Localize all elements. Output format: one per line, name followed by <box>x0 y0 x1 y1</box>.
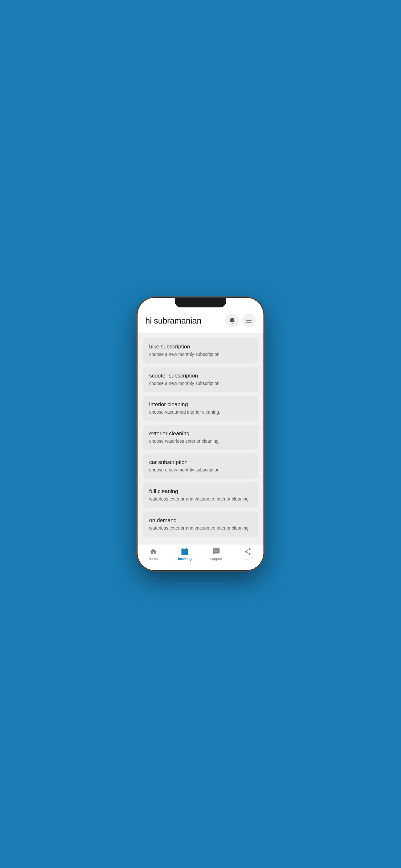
service-desc-scooter-subscription: choose a new monthly subscription <box>149 380 252 387</box>
service-card-interior-cleaning[interactable]: interior cleaningchoose vacuumed interio… <box>143 396 258 422</box>
header-icons <box>225 314 256 328</box>
service-card-bike-subscription[interactable]: bike subscriptionchoose a new monthly su… <box>143 338 258 364</box>
support-icon <box>212 548 220 555</box>
phone-frame: hi subramanian <box>137 298 264 570</box>
service-title-scooter-subscription: scooter subscription <box>149 373 252 379</box>
service-card-on-demand[interactable]: on demandwaterless exterior and vacuumed… <box>143 512 258 537</box>
service-desc-exterior-cleaning: choose waterless exterior cleaning. <box>149 438 252 445</box>
service-desc-bike-subscription: choose a new monthly subscription <box>149 351 252 358</box>
nav-item-booking[interactable]: booking <box>175 548 194 561</box>
bottom-nav: home booking support <box>137 544 264 570</box>
service-title-on-demand: on demand <box>149 517 252 524</box>
service-title-full-cleaning: full cleaning <box>149 488 252 495</box>
service-title-bike-subscription: bike subscription <box>149 344 252 350</box>
greeting-text: hi subramanian <box>145 316 202 326</box>
service-desc-on-demand: waterless exterior and vacuumed interior… <box>149 525 252 531</box>
notch <box>175 298 226 307</box>
home-icon <box>150 548 157 555</box>
service-list: bike subscriptionchoose a new monthly su… <box>137 333 264 544</box>
service-desc-car-subscription: choose a new monthly subscription <box>149 467 252 473</box>
service-title-car-subscription: car subscription <box>149 459 252 466</box>
service-title-exterior-cleaning: exterior cleaning <box>149 430 252 437</box>
menu-button[interactable] <box>242 314 256 328</box>
service-card-scooter-subscription[interactable]: scooter subscriptionchoose a new monthly… <box>143 367 258 393</box>
service-title-interior-cleaning: interior cleaning <box>149 401 252 408</box>
nav-label-support: support <box>210 557 222 561</box>
share-icon <box>244 548 251 555</box>
service-card-car-subscription[interactable]: car subscriptionchoose a new monthly sub… <box>143 454 258 479</box>
service-card-exterior-cleaning[interactable]: exterior cleaningchoose waterless exteri… <box>143 425 258 451</box>
nav-label-home: home <box>149 557 158 561</box>
nav-label-share: share` <box>243 557 253 561</box>
screen-content: hi subramanian <box>137 298 264 570</box>
service-desc-full-cleaning: waterless exterior and vacuumed interior… <box>149 496 252 502</box>
booking-icon <box>181 548 189 555</box>
service-card-full-cleaning[interactable]: full cleaningwaterless exterior and vacu… <box>143 483 258 508</box>
nav-item-home[interactable]: home <box>144 548 163 561</box>
nav-item-share[interactable]: share` <box>238 548 257 561</box>
nav-label-booking: booking <box>178 557 192 561</box>
hamburger-icon <box>246 317 252 324</box>
notification-button[interactable] <box>225 314 239 328</box>
service-desc-interior-cleaning: choose vacuumed interior cleaning. <box>149 409 252 415</box>
phone-screen: hi subramanian <box>137 298 264 570</box>
bell-icon <box>229 317 235 324</box>
nav-item-support[interactable]: support <box>207 548 226 561</box>
